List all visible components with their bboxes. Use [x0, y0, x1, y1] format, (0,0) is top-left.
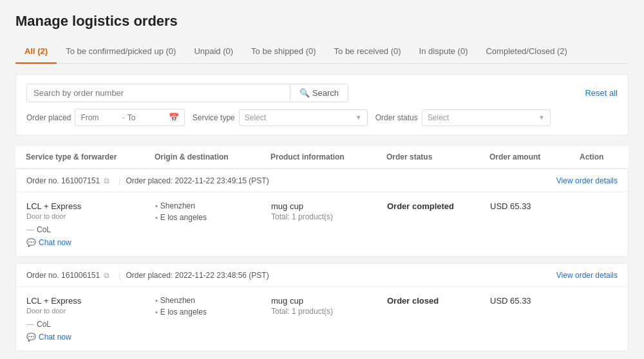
chat-icon-1: 💬	[26, 238, 36, 247]
product-qty-2: Total: 1 product(s)	[271, 307, 387, 316]
origin-value-1: • Shenzhen	[155, 201, 271, 210]
th-origin: Origin & destination	[155, 152, 270, 161]
product-cell-2: mug cup Total: 1 product(s)	[271, 296, 387, 316]
order-card-2: Order no. 161006151 ⧉ | Order placed: 20…	[15, 263, 629, 351]
chat-icon-2: 💬	[26, 333, 36, 342]
col-label-1: — CoL	[26, 225, 155, 234]
tab-received[interactable]: To be received (0)	[325, 40, 410, 64]
order-placed-label: Order placed	[26, 113, 71, 122]
order-date-2: Order placed: 2022-11-22 23:48:56 (PST)	[126, 271, 269, 280]
service-type-value-1: LCL + Express	[26, 201, 155, 211]
filter-row-search: 🔍 Search Reset all	[26, 84, 618, 102]
date-to-input[interactable]	[128, 113, 166, 122]
origin-cell-1: • Shenzhen • E los angeles	[155, 201, 271, 225]
order-no-value-2: 161006151	[61, 271, 100, 280]
origin-cell-2: • Shenzhen • E los angeles	[155, 296, 271, 319]
view-order-link-2[interactable]: View order details	[556, 271, 618, 280]
order-meta-1: Order no. 161007151 ⧉ | Order placed: 20…	[16, 169, 628, 192]
destination-value-2: • E los angeles	[155, 308, 271, 317]
chevron-down-icon: ▼	[355, 114, 362, 121]
order-meta-2: Order no. 161006151 ⧉ | Order placed: 20…	[16, 264, 628, 287]
service-type-group: Service type Select ▼	[193, 109, 368, 126]
order-status-group: Order status Select ▼	[375, 109, 551, 126]
copy-icon-1[interactable]: ⧉	[104, 176, 109, 185]
th-amount: Order amount	[489, 152, 580, 161]
service-type-cell-1: LCL + Express Door to door — CoL 💬 Chat …	[26, 201, 155, 247]
chat-now-link-2[interactable]: 💬 Chat now	[26, 333, 155, 342]
calendar-icon: 📅	[169, 113, 179, 122]
order-no-label-1: Order no.	[26, 176, 59, 185]
service-type-label: Service type	[193, 113, 235, 122]
order-amount-1: USD 65.33	[490, 201, 580, 211]
filter-row-options: Order placed - 📅 Service type Select ▼ O…	[26, 109, 618, 126]
service-type-value: Select	[245, 113, 266, 122]
order-status-value-2: Order closed	[387, 296, 490, 306]
order-date-1: Order placed: 2022-11-22 23:49:15 (PST)	[126, 176, 269, 185]
product-name-2: mug cup	[271, 296, 387, 306]
search-label: Search	[312, 88, 339, 98]
tabs-container: All (2) To be confirmed/picked up (0) Un…	[15, 40, 629, 64]
amount-cell-1: USD 65.33	[490, 201, 580, 211]
status-cell-2: Order closed	[387, 296, 490, 306]
order-status-value-1: Order completed	[387, 201, 490, 211]
service-type-value-2: LCL + Express	[26, 296, 155, 306]
col-label-2: — CoL	[26, 320, 155, 329]
page-container: Manage logistics orders All (2) To be co…	[0, 0, 644, 359]
tab-confirm[interactable]: To be confirmed/picked up (0)	[57, 40, 185, 64]
th-status: Order status	[386, 152, 489, 161]
date-separator: -	[122, 113, 124, 122]
order-status-value: Select	[428, 113, 449, 122]
service-type-cell-2: LCL + Express Door to door — CoL 💬 Chat …	[26, 296, 155, 342]
th-action: Action	[580, 152, 618, 161]
th-product: Product information	[270, 152, 386, 161]
copy-icon-2[interactable]: ⧉	[104, 271, 109, 280]
product-cell-1: mug cup Total: 1 product(s)	[271, 201, 387, 221]
door-type-2: Door to door	[26, 307, 155, 315]
date-from-input[interactable]	[80, 113, 119, 122]
order-body-1: LCL + Express Door to door — CoL 💬 Chat …	[16, 192, 628, 256]
tab-shipped[interactable]: To be shipped (0)	[242, 40, 325, 64]
status-cell-1: Order completed	[387, 201, 490, 211]
order-status-label: Order status	[375, 113, 418, 122]
order-amount-2: USD 65.33	[490, 296, 580, 306]
product-name-1: mug cup	[271, 201, 387, 211]
order-status-select[interactable]: Select ▼	[422, 109, 551, 126]
date-range-picker[interactable]: - 📅	[75, 109, 184, 126]
table-header: Service type & forwarder Origin & destin…	[15, 146, 629, 169]
view-order-link-1[interactable]: View order details	[556, 176, 618, 185]
page-title: Manage logistics orders	[15, 13, 629, 30]
reset-all-link[interactable]: Reset all	[585, 88, 618, 98]
product-qty-1: Total: 1 product(s)	[271, 212, 387, 221]
service-type-select[interactable]: Select ▼	[239, 109, 368, 126]
destination-value-1: • E los angeles	[155, 213, 271, 222]
th-service-type: Service type & forwarder	[26, 152, 155, 161]
origin-value-2: • Shenzhen	[155, 296, 271, 305]
divider-1: |	[118, 176, 120, 185]
chevron-down-icon2: ▼	[538, 114, 545, 121]
order-placed-group: Order placed - 📅	[26, 109, 185, 126]
order-card-1: Order no. 161007151 ⧉ | Order placed: 20…	[15, 169, 629, 257]
search-button[interactable]: 🔍 Search	[290, 84, 348, 102]
filter-area: 🔍 Search Reset all Order placed - 📅 Serv…	[15, 74, 629, 136]
tab-dispute[interactable]: In dispute (0)	[410, 40, 477, 64]
divider-2: |	[118, 270, 120, 280]
order-no-label-2: Order no.	[26, 271, 59, 280]
tab-all[interactable]: All (2)	[15, 40, 57, 64]
search-icon: 🔍	[299, 88, 310, 98]
tab-completed[interactable]: Completed/Closed (2)	[477, 40, 576, 64]
door-type-1: Door to door	[26, 212, 155, 220]
order-number-label-1: Order no. 161007151	[26, 176, 100, 185]
order-body-2: LCL + Express Door to door — CoL 💬 Chat …	[16, 287, 628, 351]
tab-unpaid[interactable]: Unpaid (0)	[185, 40, 242, 64]
search-input[interactable]	[27, 84, 290, 102]
search-wrapper: 🔍 Search	[26, 84, 348, 102]
order-no-value-1: 161007151	[61, 176, 100, 185]
order-number-label-2: Order no. 161006151	[26, 271, 100, 280]
chat-now-link-1[interactable]: 💬 Chat now	[26, 238, 155, 247]
amount-cell-2: USD 65.33	[490, 296, 580, 306]
